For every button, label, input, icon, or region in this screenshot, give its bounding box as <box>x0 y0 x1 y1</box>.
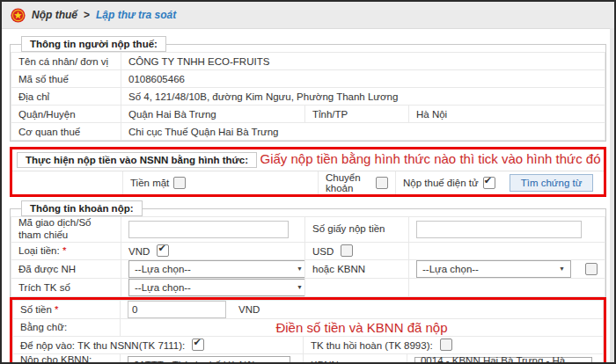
tax-code-label: Mã số thuế <box>11 70 121 88</box>
treasury-province-cell: 01TTT - Thành phố Hà Nội <box>121 353 304 364</box>
treasury-checkbox[interactable] <box>585 263 598 275</box>
find-voucher-cell: Tìm chứng từ <box>502 171 601 194</box>
taxpayer-info-section: Thông tin người nộp thuế: Tên cá nhân/ đ… <box>10 36 606 142</box>
usd-checkbox[interactable] <box>341 244 353 257</box>
scrollbar-track[interactable] <box>610 28 614 362</box>
district-label: Quận/Huyện <box>11 106 121 123</box>
select-value: --Lựa chọn-- <box>135 282 191 293</box>
treasury-select[interactable]: --Lựa chọn-- <box>416 260 571 278</box>
payment-method-section: Thực hiện nộp tiền vào NSNN bằng hình th… <box>10 147 606 197</box>
table-row: Tên cá nhân/ đơn vị CÔNG TY TNHH ECO-FRU… <box>11 53 605 70</box>
kbnn-label: KBNN: <box>303 353 407 364</box>
transaction-input[interactable] <box>128 221 289 238</box>
or-treasury-label: hoặc KBNN <box>305 259 409 278</box>
payment-method-annotation: Giấy nộp tiền bằng hình thức nào thì tic… <box>257 151 604 166</box>
select-value: --Lựa chọn-- <box>422 264 479 274</box>
empty-cell <box>12 171 122 194</box>
find-voucher-button[interactable]: Tìm chứng từ <box>510 174 594 192</box>
table-row: Đã được NH --Lựa chọn-- hoặc KBNN --Lựa … <box>11 259 605 278</box>
amount-label: Số tiền * <box>13 300 121 318</box>
etax-label: Nộp thuế điện tử <box>403 178 479 188</box>
usd-option: USD <box>305 242 409 259</box>
refund-option: TK thu hồi hoàn (TK 8993): <box>303 336 603 353</box>
select-value: --Lựa chọn-- <box>135 264 191 274</box>
etax-checkbox[interactable] <box>483 177 495 189</box>
payment-method-header: Thực hiện nộp tiền vào NSNN bằng hình th… <box>12 149 604 168</box>
table-row: Quận/Huyện Quận Hai Bà Trưng Tỉnh/TP Hà … <box>11 106 605 123</box>
kbnn-select[interactable]: 0014 - KBNN Hai Bà Trưng - Hà Nội <box>414 357 592 364</box>
table-row: Nộp cho KBNN: Tỉnh/TP 01TTT - Thành phố … <box>13 353 604 364</box>
debit-account-select[interactable]: --Lựa chọn-- <box>128 279 305 296</box>
breadcrumb: Nộp thuế > Lập thư tra soát <box>2 2 614 29</box>
kbnn-cell: 0014 - KBNN Hai Bà Trưng - Hà Nội <box>407 353 603 364</box>
amount-cell: VND <box>121 300 604 318</box>
bank-select[interactable]: --Lựa chọn-- <box>128 260 305 278</box>
receipt-label: Số giấy nộp tiền <box>305 217 409 243</box>
breadcrumb-item-nop-thue[interactable]: Nộp thuế <box>32 9 77 21</box>
address-label: Địa chỉ <box>11 88 121 106</box>
empty-cell <box>409 242 605 259</box>
pay-into-checkbox[interactable] <box>192 339 204 351</box>
transaction-cell <box>121 217 305 243</box>
table-row: Địa chỉ Số 4, 121/48/10B, đường Kim Ngưu… <box>11 88 605 106</box>
treasury-province-select[interactable]: 01TTT - Thành phố Hà Nội <box>128 356 290 364</box>
name-value: CÔNG TY TNHH ECO-FRUITS <box>121 53 605 70</box>
pay-into-option: Để nộp vào: TK thu NSNN(TK 7111): <box>13 336 304 353</box>
province-label: Tỉnh/TP <box>305 106 409 123</box>
transfer-checkbox[interactable] <box>376 177 388 189</box>
bank-label: Đã được NH <box>11 259 121 278</box>
treasury-province-label: Nộp cho KBNN: Tỉnh/TP <box>13 353 121 364</box>
table-row: Trích TK số --Lựa chọn-- <box>11 278 605 296</box>
address-value: Số 4, 121/48/10B, đường Kim Ngưu, Phường… <box>121 88 605 106</box>
district-value: Quận Hai Bà Trưng <box>121 106 305 123</box>
table-row: Số tiền * VND <box>13 300 604 318</box>
breadcrumb-separator: > <box>84 9 90 21</box>
taxpayer-info-table: Tên cá nhân/ đơn vị CÔNG TY TNHH ECO-FRU… <box>11 52 605 141</box>
empty-cell <box>305 278 409 296</box>
required-mark: * <box>62 245 66 256</box>
tax-office-value: Chi cục Thuế Quận Hai Bà Trưng <box>121 123 605 141</box>
payment-method-options-row: Tiền mặt Chuyển khoản Nộp thuế điện tử T… <box>12 171 604 194</box>
receipt-input[interactable] <box>416 221 582 238</box>
tax-code-value: 0108605466 <box>121 70 605 88</box>
tax-payment-page: Nộp thuế > Lập thư tra soát Thông tin ng… <box>0 0 616 364</box>
etax-option: Nộp thuế điện tử <box>395 171 502 194</box>
amount-table: Số tiền * VND Bằng chữ: Điền số tiền và … <box>12 300 604 364</box>
transfer-option: Chuyển khoản <box>318 171 395 194</box>
table-row: Bằng chữ: Điền số tiền và KBNN đã nộp <box>13 318 604 336</box>
province-value: Hà Nội <box>409 106 605 123</box>
table-row: Mã giao dịch/Số tham chiếu Số giấy nộp t… <box>11 217 605 243</box>
emblem-icon <box>11 8 26 23</box>
payment-info-legend: Thông tin khoản nộp: <box>21 200 143 216</box>
cash-label: Tiền mặt <box>130 178 169 188</box>
table-row: Cơ quan thuế Chi cục Thuế Quận Hai Bà Tr… <box>11 123 605 141</box>
transaction-label: Mã giao dịch/Số tham chiếu <box>11 217 121 243</box>
vnd-checkbox[interactable] <box>157 244 169 257</box>
debit-account-cell: --Lựa chọn-- <box>121 278 305 296</box>
refund-checkbox[interactable] <box>440 339 452 351</box>
required-mark: * <box>55 304 58 315</box>
bank-cell: --Lựa chọn-- <box>121 259 305 278</box>
cash-option: Tiền mặt <box>122 171 318 194</box>
amount-currency: VND <box>238 304 260 315</box>
transfer-label: Chuyển khoản <box>326 172 371 193</box>
select-value: 01TTT - Thành phố Hà Nội <box>134 360 254 364</box>
tax-office-label: Cơ quan thuế <box>11 123 121 141</box>
debit-account-label: Trích TK số <box>11 278 121 296</box>
select-value: 0014 - KBNN Hai Bà Trưng - Hà Nội <box>421 355 573 364</box>
receipt-cell <box>409 217 605 243</box>
taxpayer-info-legend: Thông tin người nộp thuế: <box>21 36 166 52</box>
payment-method-legend: Thực hiện nộp tiền vào NSNN bằng hình th… <box>17 152 257 168</box>
vnd-option: VND <box>121 242 305 259</box>
amount-annotation: Điền số tiền và KBNN đã nộp <box>121 318 604 336</box>
amount-input[interactable] <box>128 301 226 318</box>
treasury-cell: --Lựa chọn-- <box>409 259 605 278</box>
table-row: Loại tiền: * VND USD <box>11 242 605 259</box>
name-label: Tên cá nhân/ đơn vị <box>11 53 121 70</box>
cash-checkbox[interactable] <box>173 177 186 189</box>
payment-info-section: Thông tin khoản nộp: Mã giao dịch/Số tha… <box>10 200 606 364</box>
table-row: Để nộp vào: TK thu NSNN(TK 7111): TK thu… <box>13 336 604 353</box>
table-row: Mã số thuế 0108605466 <box>11 70 605 88</box>
currency-label: Loại tiền: * <box>11 242 121 259</box>
breadcrumb-item-lap-thu-tra-soat[interactable]: Lập thư tra soát <box>96 9 176 21</box>
